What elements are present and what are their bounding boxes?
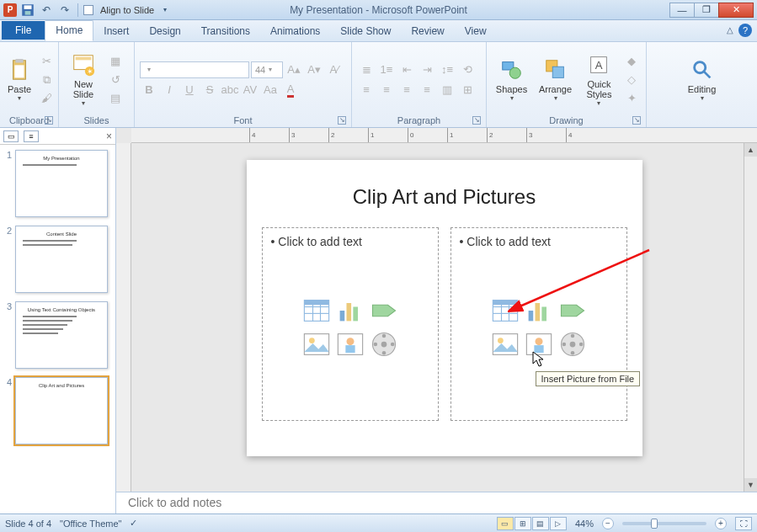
close-pane-icon[interactable]: × <box>106 130 112 142</box>
change-case-icon[interactable]: Aa <box>261 82 280 98</box>
spellcheck-icon[interactable]: ✓ <box>130 518 137 529</box>
shrink-font-icon[interactable]: A▾ <box>305 61 323 78</box>
thumbnail-row[interactable]: 4Clip Art and Pictures <box>3 377 112 444</box>
paste-button[interactable]: Paste ▾ <box>5 45 34 114</box>
bullets-icon[interactable]: ≣ <box>357 61 376 78</box>
editing-button[interactable]: Editing▾ <box>683 45 722 114</box>
paragraph-launcher[interactable]: ↘ <box>472 116 481 125</box>
thumbnail[interactable]: My Presentation <box>15 150 108 217</box>
align-left-icon[interactable]: ≡ <box>357 82 376 98</box>
decrease-indent-icon[interactable]: ⇤ <box>397 61 416 78</box>
insert-clipart-icon[interactable] <box>524 329 554 359</box>
thumbnail[interactable]: Clip Art and Pictures <box>15 377 108 444</box>
increase-indent-icon[interactable]: ⇥ <box>418 61 436 78</box>
zoom-out-button[interactable]: − <box>602 518 614 529</box>
char-spacing-icon[interactable]: AV <box>241 82 259 98</box>
clear-format-icon[interactable]: A⁄ <box>325 61 344 78</box>
slides-tab-icon[interactable]: ▭ <box>3 130 19 142</box>
scroll-down-icon[interactable]: ▼ <box>744 478 757 492</box>
strike-button[interactable]: S <box>200 82 219 98</box>
maximize-button[interactable]: ❐ <box>694 3 719 18</box>
content-placeholder-right[interactable]: Click to add text Insert Picture from Fi… <box>450 227 627 421</box>
insert-table-icon[interactable] <box>301 295 332 326</box>
align-text-icon[interactable]: ⊞ <box>458 82 477 98</box>
section-icon[interactable]: ▤ <box>106 90 125 107</box>
minimize-ribbon-icon[interactable]: △ <box>727 25 733 35</box>
shape-effects-icon[interactable]: ✦ <box>622 90 641 107</box>
shape-outline-icon[interactable]: ◇ <box>622 72 641 88</box>
thumbnail[interactable]: Content Slide <box>15 226 108 293</box>
bold-button[interactable]: B <box>140 82 158 98</box>
thumbnail-row[interactable]: 1My Presentation <box>3 150 112 217</box>
undo-icon[interactable]: ↶ <box>39 3 54 18</box>
clipboard-launcher[interactable]: ↘ <box>45 116 53 125</box>
slideshow-view-button[interactable]: ▷ <box>550 517 567 530</box>
save-icon[interactable] <box>20 3 35 18</box>
insert-media-icon[interactable] <box>557 329 588 359</box>
cut-icon[interactable]: ✂ <box>37 53 56 70</box>
scroll-up-icon[interactable]: ▲ <box>744 143 757 157</box>
new-slide-button[interactable]: ✶ New Slide ▾ <box>64 45 103 114</box>
tab-insert[interactable]: Insert <box>93 22 139 41</box>
insert-chart-icon[interactable] <box>335 295 365 326</box>
underline-button[interactable]: U <box>180 82 199 98</box>
format-painter-icon[interactable]: 🖌 <box>37 90 56 107</box>
zoom-percent[interactable]: 44% <box>575 519 594 529</box>
vertical-scrollbar[interactable]: ▲ ▼ <box>744 143 757 492</box>
font-color-icon[interactable]: A <box>281 82 300 98</box>
align-center-icon[interactable]: ≡ <box>377 82 396 98</box>
italic-button[interactable]: I <box>160 82 179 98</box>
quick-styles-button[interactable]: A Quick Styles▾ <box>579 45 619 114</box>
text-direction-icon[interactable]: ⟲ <box>458 61 477 78</box>
tab-review[interactable]: Review <box>401 22 454 41</box>
arrange-button[interactable]: Arrange▾ <box>535 45 576 114</box>
minimize-button[interactable]: — <box>669 3 695 18</box>
line-spacing-icon[interactable]: ↕≡ <box>438 61 456 78</box>
shapes-button[interactable]: Shapes▾ <box>492 45 531 114</box>
reading-view-button[interactable]: ▤ <box>532 517 549 530</box>
justify-icon[interactable]: ≡ <box>418 82 436 98</box>
thumbnail[interactable]: Using Text Containing Objects <box>15 301 108 369</box>
insert-clipart-icon[interactable] <box>335 329 365 359</box>
zoom-slider[interactable] <box>622 522 706 525</box>
insert-picture-icon[interactable] <box>490 329 520 359</box>
tab-home[interactable]: Home <box>45 20 93 41</box>
redo-icon[interactable]: ↷ <box>57 3 72 18</box>
content-placeholder-left[interactable]: Click to add text <box>262 227 439 421</box>
tab-design[interactable]: Design <box>139 22 190 41</box>
grow-font-icon[interactable]: A▴ <box>285 61 303 78</box>
insert-media-icon[interactable] <box>369 329 399 359</box>
slide-title[interactable]: Clip Art and Pictures <box>262 185 627 209</box>
zoom-in-button[interactable]: + <box>715 518 727 529</box>
shadow-button[interactable]: abc <box>221 82 239 98</box>
help-button[interactable]: ? <box>738 24 752 37</box>
tab-animations[interactable]: Animations <box>260 22 330 41</box>
qat-dropdown-icon[interactable]: ▾ <box>157 3 173 18</box>
normal-view-button[interactable]: ▭ <box>497 517 514 530</box>
slide-canvas[interactable]: Clip Art and Pictures Click to add text … <box>131 143 757 492</box>
copy-icon[interactable]: ⧉ <box>37 72 56 88</box>
numbering-icon[interactable]: 1≡ <box>377 61 396 78</box>
insert-chart-icon[interactable] <box>524 295 554 326</box>
tab-slideshow[interactable]: Slide Show <box>330 22 401 41</box>
align-to-slide-checkbox[interactable] <box>83 5 93 15</box>
tab-view[interactable]: View <box>455 22 497 41</box>
thumbnail-row[interactable]: 2Content Slide <box>3 226 112 293</box>
layout-icon[interactable]: ▦ <box>106 53 125 70</box>
drawing-launcher[interactable]: ↘ <box>632 116 641 125</box>
notes-pane[interactable]: Click to add notes <box>116 492 757 513</box>
close-button[interactable]: ✕ <box>718 3 754 18</box>
insert-smartart-icon[interactable] <box>369 295 399 326</box>
reset-icon[interactable]: ↺ <box>106 72 125 88</box>
insert-smartart-icon[interactable] <box>557 295 588 326</box>
outline-tab-icon[interactable]: ≡ <box>24 130 39 142</box>
insert-table-icon[interactable] <box>490 295 520 326</box>
columns-icon[interactable]: ▥ <box>438 82 456 98</box>
insert-picture-icon[interactable] <box>301 329 332 359</box>
shape-fill-icon[interactable]: ◆ <box>622 53 641 70</box>
font-name-combo[interactable]: ▾ <box>140 61 249 78</box>
font-size-combo[interactable]: 44▾ <box>251 61 283 78</box>
tab-transitions[interactable]: Transitions <box>191 22 260 41</box>
align-right-icon[interactable]: ≡ <box>397 82 416 98</box>
fit-to-window-button[interactable]: ⛶ <box>735 517 752 530</box>
